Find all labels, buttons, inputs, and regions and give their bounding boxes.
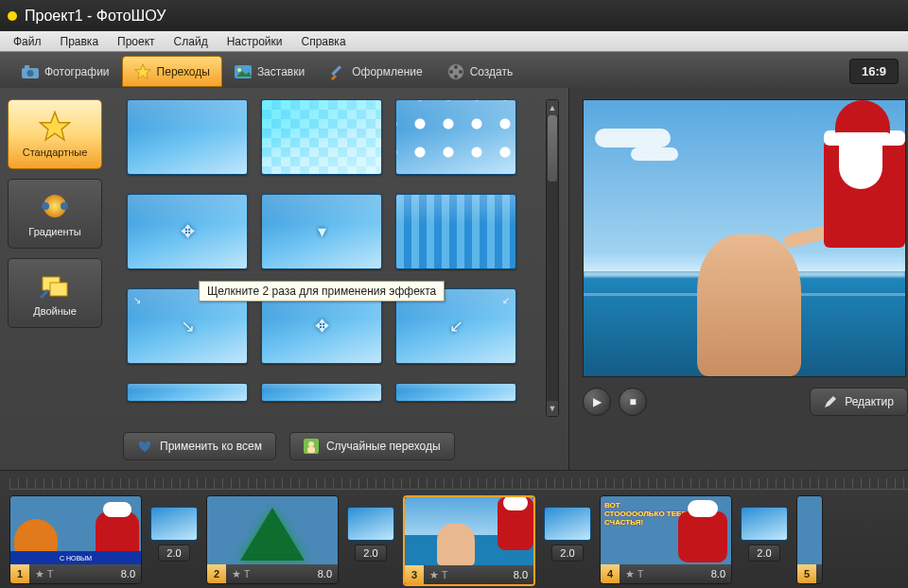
timeline-slide-3[interactable]: 3★ T8.0 <box>403 495 535 586</box>
title-bar: Проект1 - ФотоШОУ <box>0 0 908 31</box>
menu-file[interactable]: Файл <box>4 33 51 50</box>
slide-index: 2 <box>207 564 226 583</box>
svg-point-1 <box>27 70 34 77</box>
svg-rect-2 <box>25 65 29 69</box>
svg-point-9 <box>454 65 458 69</box>
reel-icon <box>447 63 464 80</box>
slide1-caption: С НОВЫМ <box>10 551 141 564</box>
image-icon <box>235 63 252 80</box>
tab-photos-label: Фотографии <box>44 65 110 78</box>
timeline: С НОВЫМ 1★ T8.0 2.0 2★ T8.0 2.0 <box>0 470 908 588</box>
star-icon <box>134 63 151 80</box>
transition-thumb[interactable] <box>127 99 248 175</box>
svg-rect-21 <box>307 447 315 453</box>
edit-slide-button[interactable]: Редактир <box>810 388 908 416</box>
brush-icon <box>329 63 346 80</box>
tab-create[interactable]: Создать <box>435 56 526 87</box>
tab-screens[interactable]: Заставки <box>222 56 317 87</box>
tab-design[interactable]: Оформление <box>317 56 434 87</box>
slide-index: 5 <box>797 564 816 583</box>
slide-badges: ★ T <box>29 568 60 580</box>
timeline-transition[interactable]: 2.0 <box>346 507 395 562</box>
gradient-icon <box>39 190 71 222</box>
menu-slide[interactable]: Слайд <box>165 33 218 50</box>
preview-panel: ▶ ■ Редактир <box>569 88 908 470</box>
svg-point-15 <box>42 202 49 210</box>
tab-screens-label: Заставки <box>257 65 305 78</box>
slide-index: 4 <box>601 564 620 583</box>
timeline-slide-1[interactable]: С НОВЫМ 1★ T8.0 <box>9 495 142 584</box>
category-double[interactable]: Двойные <box>8 258 102 328</box>
tab-photos[interactable]: Фотографии <box>9 56 122 87</box>
tab-create-label: Создать <box>470 65 514 78</box>
svg-point-16 <box>61 202 68 210</box>
slide4-caption: ВОТ СТОООООЛЬКО ТЕБЕ СЧАСТЬЯ! <box>604 502 687 527</box>
slide-index: 3 <box>405 565 424 584</box>
svg-point-11 <box>454 75 458 78</box>
pencil-icon <box>824 395 837 408</box>
scroll-track[interactable] <box>547 115 558 401</box>
menu-project[interactable]: Проект <box>108 33 165 50</box>
svg-point-12 <box>449 70 453 74</box>
app-icon <box>8 11 17 21</box>
category-gradients-label: Градиенты <box>28 226 80 237</box>
timeline-transition[interactable]: 2.0 <box>543 507 592 562</box>
slide-badges: ★ T <box>424 569 454 581</box>
preview-controls: ▶ ■ Редактир <box>583 377 908 419</box>
tab-transitions[interactable]: Переходы <box>122 56 222 87</box>
timeline-transition[interactable]: 2.0 <box>740 507 789 562</box>
transition-duration: 2.0 <box>158 545 189 562</box>
edit-slide-label: Редактир <box>845 395 894 408</box>
transition-thumb[interactable]: ✥ <box>127 194 248 269</box>
slide-duration: 8.0 <box>514 569 533 580</box>
heart-icon <box>137 439 152 454</box>
grid-scrollbar[interactable]: ▲ ▼ <box>546 99 559 417</box>
play-button[interactable]: ▶ <box>583 388 611 416</box>
category-gradients[interactable]: Градиенты <box>8 179 102 249</box>
apply-all-label: Применить ко всем <box>160 440 262 453</box>
star-icon <box>39 111 71 143</box>
menu-edit[interactable]: Правка <box>51 33 109 50</box>
svg-point-20 <box>308 441 314 447</box>
tooltip: Щелкните 2 раза для применения эффекта <box>199 281 445 302</box>
timeline-slide-5[interactable]: 5 <box>796 495 823 584</box>
timeline-slide-4[interactable]: ВОТ СТОООООЛЬКО ТЕБЕ СЧАСТЬЯ! 4★ T8.0 <box>600 495 732 584</box>
timeline-transition[interactable]: 2.0 <box>149 507 199 562</box>
category-standard[interactable]: Стандартные <box>8 99 102 169</box>
svg-rect-18 <box>50 283 67 296</box>
transition-thumb[interactable]: ▾ <box>261 194 382 269</box>
menu-settings[interactable]: Настройки <box>218 33 292 50</box>
transition-thumb[interactable] <box>395 99 516 175</box>
scroll-thumb[interactable] <box>548 115 557 182</box>
tab-design-label: Оформление <box>352 65 422 78</box>
slide-duration: 8.0 <box>318 568 338 579</box>
window-title: Проект1 - ФотоШОУ <box>25 8 166 25</box>
slide-duration: 8.0 <box>711 568 731 579</box>
transition-thumb[interactable] <box>127 383 248 402</box>
transition-duration: 2.0 <box>355 545 386 562</box>
timeline-slide-2[interactable]: 2★ T8.0 <box>206 495 339 584</box>
content-area: Стандартные Градиенты Двойные ✥ <box>0 88 908 470</box>
stop-button[interactable]: ■ <box>619 388 647 416</box>
slide-duration: 8.0 <box>121 568 141 579</box>
main-tabs: Фотографии Переходы Заставки Оформление … <box>0 52 908 88</box>
transition-duration: 2.0 <box>748 545 779 562</box>
svg-rect-7 <box>332 65 342 76</box>
apply-all-button[interactable]: Применить ко всем <box>123 432 276 460</box>
transition-thumb[interactable] <box>395 194 516 269</box>
transition-duration: 2.0 <box>551 545 583 562</box>
tab-transitions-label: Переходы <box>157 65 210 78</box>
menu-help[interactable]: Справка <box>291 33 355 50</box>
transition-thumb[interactable] <box>395 383 516 402</box>
scroll-up-icon[interactable]: ▲ <box>547 100 558 115</box>
random-label: Случайные переходы <box>326 440 441 453</box>
menu-bar: Файл Правка Проект Слайд Настройки Справ… <box>0 31 908 52</box>
transition-thumb[interactable] <box>261 383 382 402</box>
timeline-ruler <box>9 478 908 490</box>
timeline-clips[interactable]: С НОВЫМ 1★ T8.0 2.0 2★ T8.0 2.0 <box>9 495 908 586</box>
transition-thumb[interactable] <box>261 99 382 175</box>
random-button[interactable]: Случайные переходы <box>289 432 455 460</box>
slide-index: 1 <box>10 564 29 583</box>
aspect-ratio-button[interactable]: 16:9 <box>849 59 899 84</box>
scroll-down-icon[interactable]: ▼ <box>547 401 558 416</box>
